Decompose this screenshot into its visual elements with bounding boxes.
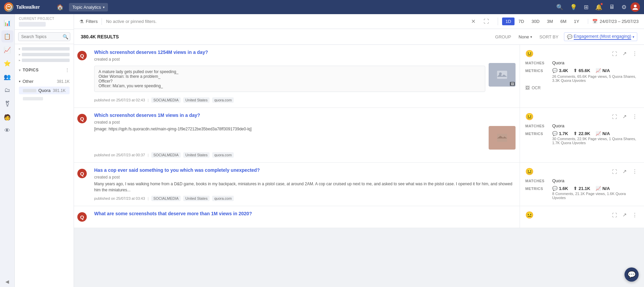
filter-clear-button[interactable]: ✕ <box>469 18 478 25</box>
card-title-link-3[interactable]: Has a cop ever said something to you whi… <box>94 167 516 173</box>
sidebar-quora-item[interactable]: Quora 381.1K <box>19 87 70 94</box>
expand-icon-2: ▸ <box>19 53 21 56</box>
date-range-text: 24/07/23 – 25/07/23 <box>600 19 639 24</box>
card-title-link-2[interactable]: Which screenshot deserves 1M views in a … <box>94 113 516 118</box>
card-body-text-2: [image: https://qph.fs.quoracdn.net/main… <box>94 126 485 132</box>
tag-site-0[interactable]: quora.com <box>212 97 234 103</box>
more-card-button-2[interactable]: ⋮ <box>631 168 639 175</box>
matches-label-1: MATCHES <box>525 123 552 128</box>
idea-icon-button[interactable]: 💡 <box>567 2 580 12</box>
card-title-link-4[interactable]: What are some screenshots that deserve m… <box>94 211 516 216</box>
tag-socialmedia-2[interactable]: SOCIALMEDIA <box>151 196 181 201</box>
placeholder-bar-extra <box>23 97 43 100</box>
share-card-button-0[interactable]: ↗ <box>621 50 628 57</box>
matches-row-2: MATCHES Quora <box>525 178 639 183</box>
filter-fullscreen-button[interactable]: ⛶ <box>482 18 491 25</box>
user-avatar[interactable] <box>631 2 640 12</box>
card-created-by-2: created a post <box>94 120 516 125</box>
topic-analytics-selector[interactable]: Topic Analytics ▾ <box>69 3 108 11</box>
more-card-button-1[interactable]: ⋮ <box>631 113 639 120</box>
period-6m-button[interactable]: 6M <box>557 18 570 25</box>
topic-row-1: ▸ <box>19 47 70 51</box>
metric-shares-2: 📈 N/A <box>596 186 610 191</box>
matches-row-0: MATCHES Quora <box>525 60 639 65</box>
sidebar-icon-topics[interactable]: 📋 <box>1 30 13 42</box>
metrics-label-2: METRICS <box>525 186 552 191</box>
topic-bar-3[interactable] <box>22 59 70 62</box>
sort-value-button[interactable]: 💬 Engagement (Most engaging) ▾ <box>564 32 637 41</box>
period-1d-button[interactable]: 1D <box>502 18 515 25</box>
chat-widget-button[interactable]: 💬 <box>624 267 639 282</box>
card-meta-3: published on 25/07/23 at 03:43 | SOCIALM… <box>94 196 516 201</box>
card-meta-2: published on 25/07/23 at 00:37 | SOCIALM… <box>94 152 516 158</box>
period-1y-button[interactable]: 1Y <box>570 18 582 25</box>
sidebar-collapse-button[interactable]: ◀ <box>3 276 12 287</box>
period-7d-button[interactable]: 7D <box>515 18 528 25</box>
sidebar-icon-trending[interactable]: 📈 <box>1 44 13 56</box>
card-source-icon-4: Q <box>74 206 90 228</box>
talkwalker-logo[interactable] <box>4 2 13 12</box>
metric-shares-value-0: N/A <box>602 68 610 73</box>
gear-icon-button[interactable]: ⚙ <box>619 2 629 12</box>
matches-label-2: MATCHES <box>525 178 552 183</box>
share-card-button-1[interactable]: ↗ <box>621 113 628 120</box>
search-topics-icon[interactable]: 🔍 <box>63 34 68 39</box>
sidebar-icon-dashboard[interactable]: 📊 <box>1 17 13 29</box>
group-value-button[interactable]: None ▾ <box>517 33 534 40</box>
expand-card-button-2[interactable]: ⛶ <box>611 168 618 175</box>
search-icon-button[interactable]: 🔍 <box>554 2 566 12</box>
share-card-button-3[interactable]: ↗ <box>621 211 628 219</box>
tag-socialmedia-0[interactable]: SOCIALMEDIA <box>151 97 181 103</box>
monitor-icon-button[interactable]: 🖥 <box>606 2 617 12</box>
tag-socialmedia-1[interactable]: SOCIALMEDIA <box>151 152 181 158</box>
metrics-actions-3: ⛶ ↗ ⋮ <box>611 168 639 175</box>
metrics-numbers-inner-1: 💬 1.7K ⬆ 22.9K 📈 N/A <box>552 131 639 136</box>
group-sort-controls: GROUP None ▾ SORT BY 💬 Engagement (Most … <box>495 32 637 41</box>
filter-divider <box>102 18 102 25</box>
tag-site-2[interactable]: quora.com <box>212 196 234 201</box>
sidebar-icon-users[interactable]: 👥 <box>1 71 13 83</box>
dropdown-chevron-icon: ▾ <box>103 5 105 9</box>
topics-section-header[interactable]: ▾ TOPICS ⋮ <box>15 65 74 75</box>
topic-bar-1[interactable] <box>22 47 70 51</box>
metrics-top-row: 😐 ⛶ ↗ ⋮ <box>525 50 639 58</box>
period-30d-button[interactable]: 30D <box>528 18 543 25</box>
home-button[interactable]: 🏠 <box>54 2 66 12</box>
sidebar-icon-people[interactable]: 🧑 <box>1 111 13 123</box>
grid-icon-button[interactable]: ⊞ <box>581 2 591 12</box>
more-card-button-0[interactable]: ⋮ <box>631 50 639 57</box>
other-group-row[interactable]: ▾ Other 381.1K <box>19 77 70 85</box>
period-3m-button[interactable]: 3M <box>543 18 556 25</box>
expand-icon-3: ▸ <box>19 58 21 62</box>
current-project-label: CURRENT PROJECT <box>19 17 70 21</box>
expand-card-button-3[interactable]: ⛶ <box>611 212 618 219</box>
topic-bar-2[interactable] <box>22 53 70 56</box>
metric-comments-2: 💬 1.6K <box>552 186 568 191</box>
published-date-2: published on 25/07/23 at 03:43 <box>94 196 145 200</box>
quote-line-4: Officer: Ma'am, you were speeding_ <box>99 84 481 88</box>
calendar-icon: 📅 <box>592 19 598 24</box>
metric-pageviews-value-1: 22.9K <box>578 131 590 136</box>
sidebar-icon-gender[interactable]: ⚧ <box>1 98 13 110</box>
more-card-button-3[interactable]: ⋮ <box>631 211 639 219</box>
expand-card-button-1[interactable]: ⛶ <box>611 113 618 120</box>
chat-widget-icon: 💬 <box>628 270 636 279</box>
result-card: Q Which screenshot deserves 1M views in … <box>74 108 644 163</box>
tag-site-1[interactable]: quora.com <box>212 152 234 158</box>
card-title-link[interactable]: Which screenshot deserves 1254M views in… <box>94 50 516 55</box>
expand-card-button-0[interactable]: ⛶ <box>611 50 618 57</box>
tag-country-2[interactable]: United States <box>183 196 210 201</box>
image-overlay: 🖼 <box>510 82 515 86</box>
metrics-top-row-3: 😐 ⛶ ↗ ⋮ <box>525 167 639 176</box>
sidebar-icon-star[interactable]: ⭐ <box>1 57 13 69</box>
filter-funnel-icon: ⚗ <box>79 19 84 24</box>
topics-kebab-menu[interactable]: ⋮ <box>65 67 70 73</box>
tag-country-0[interactable]: United States <box>183 97 210 103</box>
bell-icon-button[interactable]: 🔔 <box>593 2 605 12</box>
card-meta: published on 25/07/23 at 02:43 | SOCIALM… <box>94 97 516 103</box>
filters-button[interactable]: ⚗ Filters <box>79 18 98 26</box>
sidebar-icon-eye[interactable]: 👁 <box>1 125 13 137</box>
tag-country-1[interactable]: United States <box>183 152 210 158</box>
sidebar-icon-layers[interactable]: 🗂 <box>1 84 13 96</box>
share-card-button-2[interactable]: ↗ <box>621 168 628 175</box>
